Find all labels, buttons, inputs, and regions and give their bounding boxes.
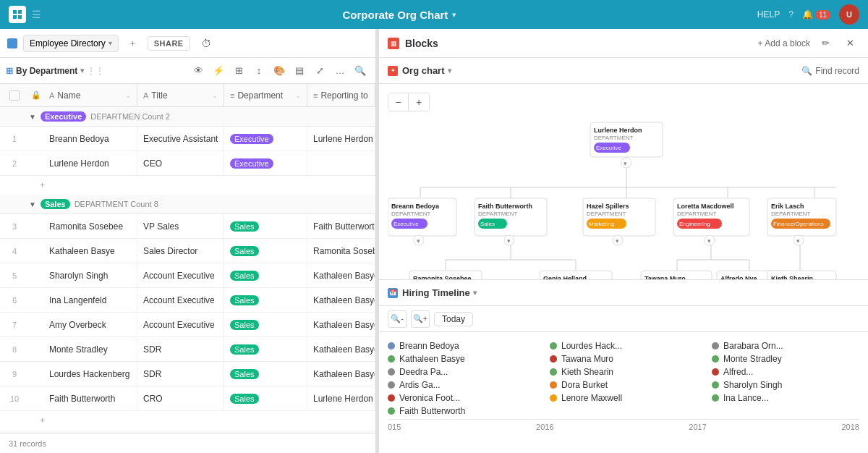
help-icon[interactable]: ? <box>788 9 793 20</box>
cell-title[interactable]: Executive Assistant <box>137 127 224 151</box>
timeline-dot <box>550 394 557 402</box>
cell-department[interactable]: Sales <box>224 214 307 238</box>
share-button[interactable]: SHARE <box>148 36 190 51</box>
find-record-button[interactable]: 🔍 Find record <box>801 66 859 76</box>
timeline-dropdown[interactable]: ▾ <box>473 289 477 297</box>
group-toggle-icon: ▼ <box>29 200 36 208</box>
table-row[interactable]: 4 Kathaleen Basye Sales Director Sales R… <box>0 239 375 263</box>
table-row[interactable]: 1 Breann Bedoya Executive Assistant Exec… <box>0 127 375 151</box>
search-icon[interactable]: 🔍 <box>351 62 370 80</box>
cell-reporting[interactable]: Kathaleen Basye <box>307 337 375 361</box>
cell-department[interactable]: Sales <box>224 386 307 410</box>
table-row[interactable]: 9 Lourdes Hackenberg SDR Sales Kathaleen… <box>0 362 375 386</box>
group-header-sales[interactable]: ▼ Sales DEPARTMENT Count 8 <box>0 195 375 214</box>
fullscreen-icon[interactable]: ⤢ <box>310 62 329 80</box>
cell-department[interactable]: Executive <box>224 127 307 151</box>
org-chart-canvas[interactable]: − + Lurlene Herdon DEPARTMENT Executive <box>379 84 868 279</box>
cell-department[interactable]: Executive <box>224 151 307 175</box>
reporting-column-header[interactable]: ≡ Reporting to <box>307 84 375 106</box>
name-sort-icon[interactable]: ⌄ <box>125 91 131 99</box>
title-dropdown-arrow[interactable]: ▾ <box>452 11 456 19</box>
today-button[interactable]: Today <box>434 312 473 326</box>
cell-name[interactable]: Faith Butterworth <box>43 386 137 410</box>
cell-reporting[interactable] <box>307 151 375 175</box>
title-column-header[interactable]: A Title ⌄ <box>137 84 224 106</box>
table-row[interactable]: 5 Sharolyn Singh Account Executive Sales… <box>0 263 375 288</box>
cell-name[interactable]: Amy Overbeck <box>43 313 137 336</box>
group-header-executive[interactable]: ▼ Executive DEPARTMEN Count 2 <box>0 107 375 127</box>
more-icon[interactable]: … <box>331 62 349 80</box>
table-row[interactable]: 8 Monte Stradley SDR Sales Kathaleen Bas… <box>0 337 375 362</box>
name-column-header[interactable]: A Name ⌄ <box>43 84 137 106</box>
cell-name[interactable]: Monte Stradley <box>43 337 137 361</box>
cell-title[interactable]: Account Executive <box>137 313 224 336</box>
help-link[interactable]: HELP <box>757 9 780 20</box>
dept-sort-icon[interactable]: ⌄ <box>295 91 301 99</box>
table-row[interactable]: 3 Ramonita Sosebee VP Sales Sales Faith … <box>0 214 375 239</box>
history-icon[interactable]: ⏱ <box>196 33 216 54</box>
zoom-in-button[interactable]: + <box>409 93 429 111</box>
zoom-out-button[interactable]: − <box>388 93 409 111</box>
cell-reporting[interactable]: Faith Butterworth <box>307 214 375 238</box>
cell-reporting[interactable]: Kathaleen Basye <box>307 263 375 287</box>
employee-directory-tab[interactable]: Employee Directory ▾ <box>23 35 119 52</box>
table-row[interactable]: 10 Faith Butterworth CRO Sales Lurlene H… <box>0 386 375 411</box>
add-tab-button[interactable]: ＋ <box>124 35 142 52</box>
cell-department[interactable]: Sales <box>224 313 307 336</box>
cell-department[interactable]: Sales <box>224 362 307 386</box>
sort-icon[interactable]: ↕ <box>250 62 268 80</box>
timeline-title[interactable]: Hiring Timeline ▾ <box>402 287 477 298</box>
cell-reporting[interactable]: Lurlene Herdon <box>307 386 375 410</box>
cell-name[interactable]: Lurlene Herdon <box>43 151 137 175</box>
color-icon[interactable]: 🎨 <box>270 62 289 80</box>
cell-name[interactable]: Ina Langenfeld <box>43 288 137 312</box>
select-all-checkbox[interactable] <box>9 90 20 101</box>
cell-title[interactable]: Account Executive <box>137 288 224 312</box>
cell-name[interactable]: Ramonita Sosebee <box>43 214 137 238</box>
grid-icon[interactable]: ⊞ <box>229 62 248 80</box>
cell-name[interactable]: Breann Bedoya <box>43 127 137 151</box>
add-block-button[interactable]: + Add a block <box>758 38 810 48</box>
hide-fields-icon[interactable]: 👁 <box>189 62 208 80</box>
edit-block-icon[interactable]: ✏ <box>816 34 835 53</box>
cell-title[interactable]: Account Executive <box>137 263 224 287</box>
table-row[interactable]: 2 Lurlene Herdon CEO Executive <box>0 151 375 176</box>
cell-name[interactable]: Kathaleen Basye <box>43 239 137 263</box>
table-row[interactable]: 6 Ina Langenfeld Account Executive Sales… <box>0 288 375 313</box>
filter-icon[interactable]: ⚡ <box>209 62 228 80</box>
org-chart-dropdown[interactable]: ▾ <box>448 67 451 75</box>
title-sort-icon[interactable]: ⌄ <box>212 91 218 99</box>
cell-department[interactable]: Sales <box>224 263 307 287</box>
cell-department[interactable]: Sales <box>224 288 307 312</box>
cell-name[interactable]: Sharolyn Singh <box>43 263 137 287</box>
org-chart-title[interactable]: Org chart ▾ <box>402 65 451 76</box>
cell-department[interactable]: Sales <box>224 239 307 263</box>
row-height-icon[interactable]: ▤ <box>290 62 309 80</box>
cell-title[interactable]: SDR <box>137 362 224 386</box>
timeline-zoom-out[interactable]: 🔍- <box>388 310 407 328</box>
cell-title[interactable]: VP Sales <box>137 214 224 238</box>
close-block-icon[interactable]: ✕ <box>841 34 859 53</box>
department-column-header[interactable]: ≡ Department ⌄ <box>224 84 307 106</box>
timeline-zoom-in[interactable]: 🔍+ <box>411 310 430 328</box>
cell-reporting[interactable]: Lurlene Herdon <box>307 127 375 151</box>
table-row[interactable]: 7 Amy Overbeck Account Executive Sales K… <box>0 313 375 337</box>
cell-title[interactable]: CEO <box>137 151 224 175</box>
cell-title[interactable]: SDR <box>137 337 224 361</box>
notification-icon[interactable]: 🔔 11 <box>802 9 830 20</box>
add-row-button[interactable]: + <box>0 411 375 430</box>
view-name[interactable]: ⊞ By Department ▾ <box>6 66 84 76</box>
cell-reporting[interactable]: Ramonita Sosebee <box>307 239 375 263</box>
cell-department[interactable]: Sales <box>224 337 307 361</box>
svg-rect-1 <box>18 10 22 14</box>
tab-dropdown-arrow[interactable]: ▾ <box>109 39 112 47</box>
add-row-button[interactable]: + <box>0 176 375 195</box>
cell-title[interactable]: Sales Director <box>137 239 224 263</box>
cell-name[interactable]: Lourdes Hackenberg <box>43 362 137 386</box>
cell-title[interactable]: CRO <box>137 386 224 410</box>
cell-reporting[interactable]: Kathaleen Basye <box>307 362 375 386</box>
checkbox-all[interactable] <box>0 90 29 101</box>
user-avatar[interactable]: U <box>839 4 859 25</box>
cell-reporting[interactable]: Kathaleen Basye <box>307 288 375 312</box>
cell-reporting[interactable]: Kathaleen Basye <box>307 313 375 336</box>
